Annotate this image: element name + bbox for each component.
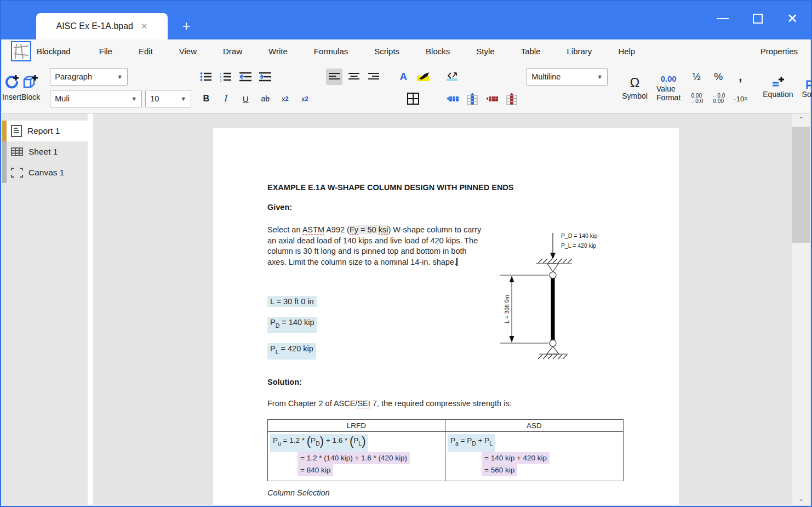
- bold-button[interactable]: B: [198, 90, 214, 107]
- minimize-button[interactable]: [717, 18, 729, 19]
- solver-button[interactable]: Solver: [798, 62, 812, 113]
- menu-blocks[interactable]: Blocks: [413, 47, 463, 56]
- maximize-button[interactable]: [753, 14, 763, 24]
- report-icon: [11, 125, 22, 137]
- sidebar-item-sheet-1[interactable]: Sheet 1: [2, 141, 88, 162]
- insert-icon: [4, 74, 20, 90]
- paragraph-style-dropdown[interactable]: Paragraph▼: [50, 68, 128, 86]
- menu-style[interactable]: Style: [463, 47, 507, 56]
- menu-file[interactable]: File: [86, 47, 125, 56]
- menu-table[interactable]: Table: [508, 47, 554, 56]
- insert-column-button[interactable]: [464, 90, 481, 107]
- example-title: EXAMPLE E.1A W-SHAPE COLUMN DESIGN WITH …: [267, 183, 514, 192]
- table-borders-button[interactable]: [405, 90, 421, 107]
- comma-style-button[interactable]: ,: [732, 69, 748, 85]
- chevron-down-icon: ▼: [131, 95, 137, 102]
- scroll-indicator: [2, 162, 7, 183]
- align-center-button[interactable]: [346, 69, 362, 85]
- equation-button[interactable]: Equation: [758, 62, 797, 113]
- font-name-dropdown[interactable]: Muli▼: [50, 90, 142, 107]
- numbered-list-button[interactable]: 123: [218, 69, 234, 85]
- spellcheck-word: Fy: [350, 225, 358, 235]
- lrfd-asd-table[interactable]: LRFD ASD Pu = 1.2 * (PD) + 1.6 * (PL) = …: [267, 419, 624, 481]
- chevron-down-icon: ▼: [117, 73, 123, 80]
- solver-icon: [805, 77, 812, 89]
- blockpad-logo-icon: [11, 41, 31, 61]
- document-area: EXAMPLE E.1A W-SHAPE COLUMN DESIGN WITH …: [93, 113, 792, 505]
- main-area: Report 1 Sheet 1 Canvas 1 EXAMPLE E.1A W…: [2, 113, 810, 505]
- decrease-decimal-button[interactable]: 0.00→0.0: [688, 90, 705, 107]
- superscript-button[interactable]: x2: [296, 90, 313, 107]
- bullet-list-button[interactable]: [198, 69, 214, 85]
- italic-button[interactable]: I: [218, 90, 234, 107]
- chevron-down-icon: ▼: [597, 73, 603, 80]
- scroll-up-icon[interactable]: ⌃: [792, 113, 810, 126]
- diagram-dimension-label: L = 30ft 0in: [504, 295, 510, 323]
- document-tab[interactable]: AISC Ex E-1A.bpad ✕: [36, 13, 168, 39]
- equation-icon: [771, 77, 785, 89]
- scroll-down-icon[interactable]: ⌄: [792, 493, 810, 505]
- increase-decimal-button[interactable]: ←0.00.00: [710, 90, 727, 107]
- menu-view[interactable]: View: [166, 47, 210, 56]
- menu-write[interactable]: Write: [255, 47, 301, 56]
- new-tab-button[interactable]: +: [178, 18, 195, 35]
- title-bar: AISC Ex E-1A.bpad ✕ + ✕: [1, 1, 811, 39]
- underline-button[interactable]: U: [237, 90, 254, 107]
- sidebar: Report 1 Sheet 1 Canvas 1: [2, 113, 88, 505]
- vertical-scrollbar[interactable]: ⌃ ⌄: [792, 113, 810, 505]
- insert-row-button[interactable]: [444, 90, 461, 107]
- menu-library[interactable]: Library: [554, 47, 605, 56]
- formula-check-button[interactable]: [444, 69, 461, 85]
- spellcheck-word: ASTM: [302, 225, 324, 235]
- omega-icon: Ω: [630, 75, 640, 90]
- value-format-sample: 0.00: [661, 74, 677, 83]
- tab-close-icon[interactable]: ✕: [141, 21, 148, 31]
- asd-cell[interactable]: Pa = PD + PL = 140 kip + 420 kip = 560 k…: [445, 432, 624, 481]
- menu-help[interactable]: Help: [605, 47, 648, 56]
- tab-title: AISC Ex E-1A.bpad: [56, 21, 133, 31]
- solution-label: Solution:: [267, 378, 302, 386]
- column-diagram[interactable]: P_D = 140 kip P_L = 420 kip: [495, 227, 605, 364]
- problem-statement[interactable]: Select an ASTM A992 (Fy = 50 ksi) W-shap…: [267, 225, 488, 267]
- menu-formulas[interactable]: Formulas: [301, 47, 362, 56]
- align-right-button[interactable]: [365, 69, 382, 85]
- menu-blockpad[interactable]: Blockpad: [37, 47, 86, 56]
- menu-draw[interactable]: Draw: [210, 47, 255, 56]
- equation-live-load[interactable]: PL = 420 kip: [267, 343, 316, 360]
- value-format-button[interactable]: 0.00 Value Format: [652, 62, 685, 113]
- percent-button[interactable]: %: [710, 69, 727, 85]
- decrease-indent-button[interactable]: [237, 69, 254, 85]
- block-icon: [22, 74, 39, 90]
- fraction-button[interactable]: ½: [688, 69, 705, 85]
- menu-edit[interactable]: Edit: [125, 47, 166, 56]
- scrollbar-thumb[interactable]: [792, 127, 810, 243]
- sidebar-item-canvas-1[interactable]: Canvas 1: [2, 162, 88, 183]
- font-size-dropdown[interactable]: 10▼: [145, 90, 191, 107]
- table-header-lrfd: LRFD: [268, 420, 445, 432]
- delete-row-button[interactable]: [484, 90, 500, 107]
- window-controls: ✕: [717, 1, 798, 36]
- document-page[interactable]: EXAMPLE E.1A W-SHAPE COLUMN DESIGN WITH …: [213, 128, 679, 505]
- svg-text:3: 3: [220, 79, 222, 82]
- equation-dead-load[interactable]: PD = 140 kip: [267, 317, 317, 333]
- subscript-button[interactable]: x2: [277, 90, 293, 107]
- sheet-icon: [11, 147, 23, 156]
- menu-scripts[interactable]: Scripts: [361, 47, 413, 56]
- sidebar-item-report-1[interactable]: Report 1: [2, 121, 88, 141]
- increase-indent-button[interactable]: [257, 69, 273, 85]
- lrfd-cell[interactable]: Pu = 1.2 * (PD) + 1.6 * (PL) = 1.2 * (14…: [268, 432, 445, 481]
- scientific-notation-button[interactable]: ·103: [732, 90, 748, 107]
- equation-length[interactable]: L = 30 ft 0 in: [267, 296, 317, 307]
- font-color-button[interactable]: A: [395, 69, 411, 85]
- block-button[interactable]: Block: [21, 62, 40, 113]
- strikethrough-button[interactable]: ab: [257, 90, 273, 107]
- menu-properties[interactable]: Properties: [760, 47, 810, 56]
- delete-column-button[interactable]: [504, 90, 520, 107]
- symbol-button[interactable]: Ω Symbol: [617, 62, 652, 113]
- close-button[interactable]: ✕: [787, 12, 798, 25]
- highlight-button[interactable]: [415, 69, 431, 85]
- multiline-dropdown[interactable]: Multiline▼: [527, 68, 608, 86]
- insert-button[interactable]: Insert: [2, 62, 21, 113]
- app-window: AISC Ex E-1A.bpad ✕ + ✕ Blockpad File Ed…: [0, 0, 812, 507]
- align-left-button[interactable]: [326, 69, 342, 85]
